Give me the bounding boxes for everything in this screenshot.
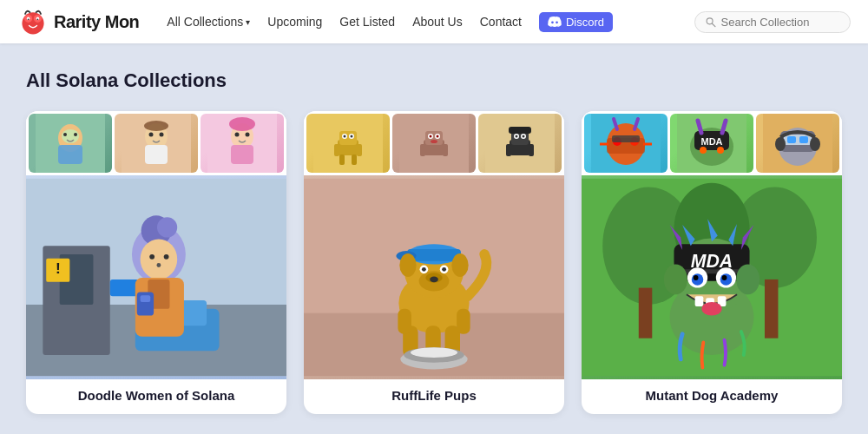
svg-point-121: [775, 137, 786, 151]
svg-rect-78: [529, 144, 534, 156]
discord-button[interactable]: Discord: [539, 12, 613, 32]
mda-thumb-2: MDA: [670, 114, 753, 173]
svg-point-92: [422, 267, 426, 272]
svg-point-40: [141, 239, 178, 279]
logo-text: Rarity Mon: [54, 12, 139, 32]
svg-rect-119: [787, 136, 796, 143]
svg-point-98: [399, 253, 416, 277]
card-footer-mda: Mutant Dog Academy: [582, 379, 842, 414]
card-footer-rufflife: RuffLife Pups: [304, 379, 564, 414]
collection-name-rufflife: RuffLife Pups: [391, 388, 477, 403]
svg-point-140: [694, 275, 699, 280]
collections-grid: !: [26, 111, 842, 414]
collection-name-mda: Mutant Dog Academy: [646, 388, 779, 403]
svg-point-75: [523, 135, 525, 138]
top-images-rufflife: [304, 111, 564, 173]
svg-rect-85: [398, 309, 411, 334]
svg-rect-120: [799, 136, 808, 143]
svg-point-65: [437, 135, 439, 138]
svg-point-41: [149, 254, 155, 260]
svg-point-19: [160, 133, 164, 137]
svg-point-147: [736, 265, 760, 295]
svg-point-54: [351, 135, 353, 138]
svg-point-24: [235, 133, 240, 137]
svg-rect-67: [420, 144, 425, 156]
doodle-main-image: !: [26, 175, 286, 379]
header: Rarity Mon All Collections Upcoming Get …: [0, 0, 868, 43]
nav-about-us[interactable]: About Us: [412, 15, 463, 29]
top-images-mda: MDA: [582, 111, 842, 173]
search-bar[interactable]: [694, 11, 851, 33]
svg-point-39: [157, 217, 177, 237]
discord-icon: [548, 16, 562, 27]
logo[interactable]: Rarity Mon: [17, 6, 139, 37]
svg-rect-68: [443, 144, 448, 156]
rufflife-thumb-1: [306, 114, 390, 173]
svg-point-122: [810, 137, 820, 151]
svg-point-20: [144, 121, 168, 131]
main-content: All Solana Collections: [0, 43, 868, 431]
collection-name-doodle: Doodle Women of Solana: [78, 388, 235, 403]
card-images-doodle: !: [26, 111, 286, 379]
svg-rect-47: [141, 295, 151, 302]
collection-card-mda[interactable]: MDA: [582, 111, 842, 414]
svg-point-93: [442, 267, 446, 272]
svg-point-13: [63, 133, 67, 136]
svg-rect-58: [352, 155, 357, 165]
svg-point-43: [156, 263, 161, 267]
doodle-thumb-1: [29, 114, 112, 173]
svg-point-64: [430, 135, 432, 138]
svg-rect-11: [58, 145, 82, 164]
svg-rect-127: [639, 288, 652, 339]
mda-thumb-1: [584, 114, 667, 173]
svg-point-18: [149, 133, 154, 137]
rufflife-thumb-3: [478, 114, 562, 173]
rufflife-main-image: [304, 175, 564, 379]
svg-rect-128: [765, 279, 778, 339]
logo-icon: [17, 6, 49, 37]
svg-point-145: [701, 302, 721, 315]
nav-contact[interactable]: Contact: [480, 15, 522, 29]
card-footer-doodle: Doodle Women of Solana: [26, 379, 286, 414]
svg-line-8: [712, 23, 714, 26]
svg-rect-142: [695, 296, 704, 306]
svg-text:!: !: [56, 260, 61, 277]
collection-card-rufflife[interactable]: RuffLife Pups: [304, 111, 564, 414]
nav-get-listed[interactable]: Get Listed: [339, 15, 395, 29]
rufflife-thumb-2: [392, 114, 476, 173]
svg-point-6: [37, 18, 39, 20]
card-images-mda: MDA: [582, 111, 842, 379]
top-images-doodle: [26, 111, 286, 173]
svg-text:MDA: MDA: [700, 136, 722, 147]
search-input[interactable]: [721, 16, 839, 29]
svg-point-66: [431, 140, 437, 143]
svg-rect-86: [457, 309, 470, 334]
svg-point-141: [722, 275, 727, 280]
doodle-thumb-3: [201, 114, 284, 173]
mda-main-image: MDA: [582, 175, 842, 379]
page-title: All Solana Collections: [26, 69, 842, 92]
svg-point-7: [707, 17, 713, 23]
collection-card-doodle-women[interactable]: !: [26, 111, 286, 414]
svg-rect-76: [509, 127, 531, 134]
svg-point-74: [516, 135, 518, 138]
svg-point-26: [229, 117, 255, 131]
svg-point-0: [22, 12, 43, 34]
svg-rect-56: [357, 144, 362, 156]
doodle-thumb-2: [115, 114, 198, 173]
svg-rect-77: [506, 144, 511, 156]
svg-point-5: [28, 18, 30, 20]
nav-all-collections[interactable]: All Collections: [167, 15, 250, 29]
svg-point-102: [411, 347, 457, 358]
svg-point-25: [246, 133, 250, 137]
nav-upcoming[interactable]: Upcoming: [267, 15, 322, 29]
mda-thumb-3: [756, 114, 839, 173]
card-images-rufflife: [304, 111, 564, 379]
svg-point-99: [451, 253, 468, 277]
svg-point-113: [700, 147, 707, 154]
svg-rect-17: [145, 145, 168, 164]
svg-rect-50: [339, 131, 357, 145]
svg-point-42: [164, 254, 169, 260]
search-icon: [706, 16, 716, 28]
svg-rect-55: [334, 144, 339, 156]
